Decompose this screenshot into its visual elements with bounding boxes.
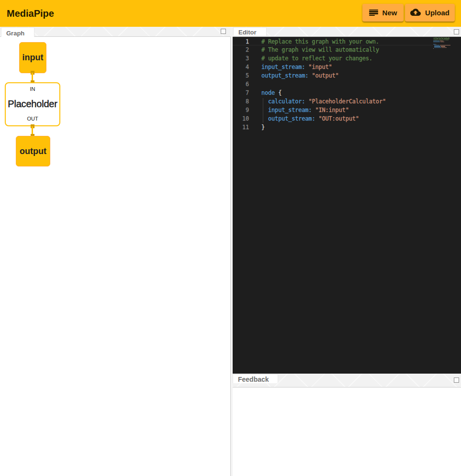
minimap-line	[433, 41, 450, 41]
cloud-upload-icon	[410, 9, 421, 17]
editor-panel: Editor 1# Replace this graph with your o…	[233, 27, 461, 374]
placeholder-node-label: Placeholder	[8, 99, 57, 110]
indent-guide	[263, 98, 263, 123]
graph-node-output-label: output	[20, 146, 46, 156]
line-number: 5	[233, 71, 249, 80]
tab-editor[interactable]: Editor	[233, 27, 267, 36]
minimap-line	[433, 43, 450, 43]
code-text: input_stream: "IN:input"	[261, 106, 349, 114]
line-number: 7	[233, 89, 249, 97]
code-lines: 1# Replace this graph with your own.2# T…	[233, 37, 461, 132]
code-text: calculator: "PlaceholderCalculator"	[261, 97, 386, 106]
code-line-2[interactable]: 2# The graph view will automatically	[233, 45, 433, 54]
app: MediaPipe New Upload Graph input IN Plac…	[0, 0, 461, 476]
upload-button-label: Upload	[425, 9, 450, 17]
graph-maximize-icon[interactable]	[221, 29, 226, 34]
line-number: 6	[233, 80, 249, 89]
line-number: 11	[233, 123, 249, 132]
menu-lines-icon	[369, 10, 378, 16]
editor-tabstrip: Editor	[233, 27, 461, 37]
code-line-1[interactable]: 1# Replace this graph with your own.	[233, 37, 433, 45]
tab-feedback-label: Feedback	[238, 376, 269, 383]
code-line-7[interactable]: 7node {	[233, 89, 433, 97]
minimap-line	[433, 45, 450, 45]
feedback-tabstrip: Feedback	[233, 374, 461, 387]
graph-node-input-label: input	[22, 53, 44, 63]
tab-graph[interactable]: Graph	[1, 27, 34, 37]
code-line-3[interactable]: 3# update to reflect your changes.	[233, 54, 433, 63]
feedback-maximize-icon[interactable]	[454, 377, 459, 383]
line-number: 2	[233, 45, 249, 54]
placeholder-in-label: IN	[30, 86, 35, 92]
minimap-line	[433, 44, 450, 44]
code-line-4[interactable]: 4input_stream: "input"	[233, 63, 433, 71]
tab-editor-label: Editor	[238, 29, 257, 36]
app-title: MediaPipe	[7, 0, 54, 27]
new-button-label: New	[382, 9, 397, 17]
line-number: 4	[233, 63, 249, 71]
graph-tabstrip: Graph	[0, 27, 231, 37]
feedback-content	[233, 387, 461, 476]
code-text: # Replace this graph with your own.	[261, 37, 379, 46]
graph-node-input[interactable]: input	[19, 42, 46, 73]
new-button[interactable]: New	[362, 4, 404, 22]
upload-button[interactable]: Upload	[405, 4, 455, 22]
editor-minimap[interactable]	[433, 37, 450, 49]
graph-node-placeholder[interactable]: IN Placeholder OUT	[5, 82, 60, 126]
code-text: node {	[261, 89, 281, 97]
app-header: MediaPipe New Upload	[0, 0, 461, 27]
tab-feedback[interactable]: Feedback	[233, 374, 278, 383]
line-number: 10	[233, 114, 249, 123]
code-text: # The graph view will automatically	[261, 45, 379, 54]
line-number: 1	[233, 37, 249, 46]
line-number: 9	[233, 106, 249, 114]
minimap-line	[433, 38, 450, 39]
minimap-line	[433, 40, 450, 40]
code-text: input_stream: "input"	[261, 63, 332, 71]
code-text: # update to reflect your changes.	[261, 54, 372, 63]
code-line-11[interactable]: 11}	[233, 123, 433, 132]
line-number: 8	[233, 97, 249, 106]
code-text: output_stream: "OUT:output"	[261, 114, 359, 123]
code-line-6[interactable]: 6	[233, 80, 433, 89]
minimap-line	[433, 48, 450, 49]
tab-graph-label: Graph	[6, 30, 24, 37]
minimap-line	[433, 46, 450, 46]
placeholder-out-label: OUT	[27, 116, 38, 122]
editor-maximize-icon[interactable]	[454, 29, 459, 34]
minimap-line	[433, 37, 450, 38]
code-text: }	[261, 123, 265, 132]
minimap-line	[433, 42, 450, 42]
code-text: output_stream: "output"	[261, 71, 339, 80]
graph-canvas[interactable]: input IN Placeholder OUT output	[0, 37, 231, 476]
line-number: 3	[233, 54, 249, 63]
code-line-5[interactable]: 5output_stream: "output"	[233, 71, 433, 80]
graph-node-output[interactable]: output	[16, 136, 50, 166]
graph-panel: Graph input IN Placeholder OUT output	[0, 27, 231, 476]
code-editor[interactable]: 1# Replace this graph with your own.2# T…	[233, 37, 461, 374]
feedback-panel: Feedback	[233, 374, 461, 476]
minimap-line	[433, 47, 450, 48]
